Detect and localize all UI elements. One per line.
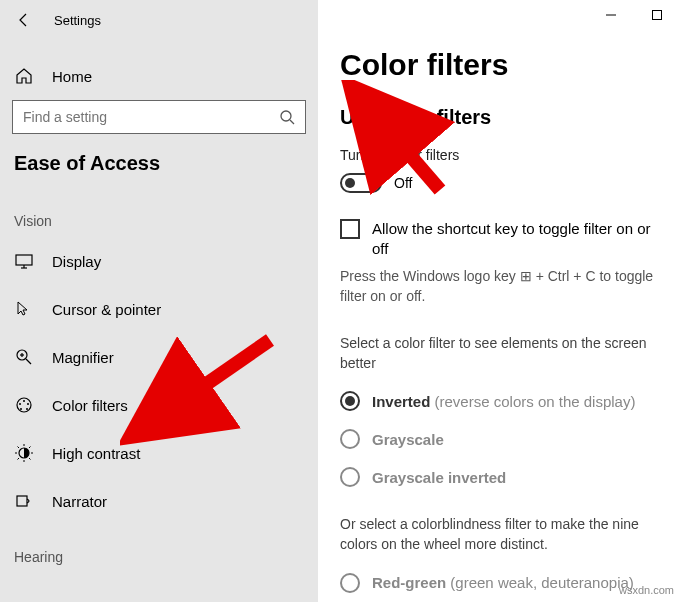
window-controls — [588, 0, 680, 30]
svg-point-14 — [19, 403, 21, 405]
svg-rect-2 — [16, 255, 32, 265]
sidebar-item-cursor[interactable]: Cursor & pointer — [0, 285, 318, 333]
sidebar-item-label: Display — [52, 253, 101, 270]
color-filters-icon — [14, 395, 34, 415]
svg-line-22 — [18, 458, 20, 460]
home-nav[interactable]: Home — [0, 56, 318, 96]
radio-label: Inverted (reverse colors on the display) — [372, 393, 635, 410]
maximize-button[interactable] — [634, 0, 680, 30]
toggle-label: Turn on color filters — [340, 147, 658, 163]
sidebar-item-label: Color filters — [52, 397, 128, 414]
hearing-section-header: Hearing — [0, 525, 318, 573]
radio-label: Grayscale — [372, 431, 444, 448]
toggle-row: Off — [340, 173, 658, 193]
search-input[interactable] — [23, 109, 279, 125]
svg-line-20 — [18, 447, 20, 449]
search-box[interactable] — [12, 100, 306, 134]
page-title: Color filters — [340, 48, 658, 82]
svg-point-10 — [23, 400, 25, 402]
colorblind-desc: Or select a colorblindness filter to mak… — [340, 515, 658, 554]
home-icon — [14, 67, 34, 85]
svg-line-21 — [29, 458, 31, 460]
category-header: Ease of Access — [0, 142, 318, 189]
svg-rect-26 — [653, 11, 662, 20]
high-contrast-icon — [14, 443, 34, 463]
filter-desc: Select a color filter to see elements on… — [340, 334, 658, 373]
sidebar-item-magnifier[interactable]: Magnifier — [0, 333, 318, 381]
radio-icon — [340, 467, 360, 487]
watermark: wsxdn.com — [619, 584, 674, 596]
display-icon — [14, 251, 34, 271]
back-button[interactable] — [8, 4, 40, 36]
magnifier-icon — [14, 347, 34, 367]
sidebar-item-narrator[interactable]: Narrator — [0, 477, 318, 525]
svg-point-13 — [20, 408, 22, 410]
radio-label: Red-green (green weak, deuteranopia) — [372, 574, 634, 591]
radio-grayscale-inverted[interactable]: Grayscale inverted — [340, 467, 658, 487]
window-title: Settings — [54, 13, 101, 28]
svg-point-0 — [281, 111, 291, 121]
sidebar-item-label: Magnifier — [52, 349, 114, 366]
svg-point-11 — [27, 403, 29, 405]
color-filters-toggle[interactable] — [340, 173, 382, 193]
radio-inverted[interactable]: Inverted (reverse colors on the display) — [340, 391, 658, 411]
content: Color filters Use color filters Turn on … — [318, 0, 680, 602]
sidebar-item-display[interactable]: Display — [0, 237, 318, 285]
svg-point-12 — [26, 408, 28, 410]
shortcut-desc: Press the Windows logo key ⊞ + Ctrl + C … — [340, 267, 658, 306]
minimize-button[interactable] — [588, 0, 634, 30]
sidebar: Settings Home Ease of Access Vision Disp… — [0, 0, 318, 602]
svg-rect-24 — [17, 496, 27, 506]
sidebar-item-high-contrast[interactable]: High contrast — [0, 429, 318, 477]
radio-icon — [340, 391, 360, 411]
sidebar-item-color-filters[interactable]: Color filters — [0, 381, 318, 429]
radio-icon — [340, 429, 360, 449]
shortcut-row: Allow the shortcut key to toggle filter … — [340, 219, 658, 259]
sidebar-item-label: High contrast — [52, 445, 140, 462]
shortcut-label: Allow the shortcut key to toggle filter … — [372, 219, 658, 259]
radio-label: Grayscale inverted — [372, 469, 506, 486]
cursor-icon — [14, 299, 34, 319]
toggle-state: Off — [394, 175, 412, 191]
search-icon — [279, 109, 295, 125]
radio-icon — [340, 573, 360, 593]
home-label: Home — [52, 68, 92, 85]
radio-red-green[interactable]: Red-green (green weak, deuteranopia) — [340, 573, 658, 593]
sidebar-item-label: Cursor & pointer — [52, 301, 161, 318]
titlebar: Settings — [0, 0, 318, 40]
shortcut-checkbox[interactable] — [340, 219, 360, 239]
sidebar-item-label: Narrator — [52, 493, 107, 510]
section-title: Use color filters — [340, 106, 658, 129]
svg-line-6 — [26, 359, 31, 364]
radio-grayscale[interactable]: Grayscale — [340, 429, 658, 449]
svg-line-23 — [29, 447, 31, 449]
svg-line-1 — [290, 120, 294, 124]
narrator-icon — [14, 491, 34, 511]
vision-section-header: Vision — [0, 189, 318, 237]
